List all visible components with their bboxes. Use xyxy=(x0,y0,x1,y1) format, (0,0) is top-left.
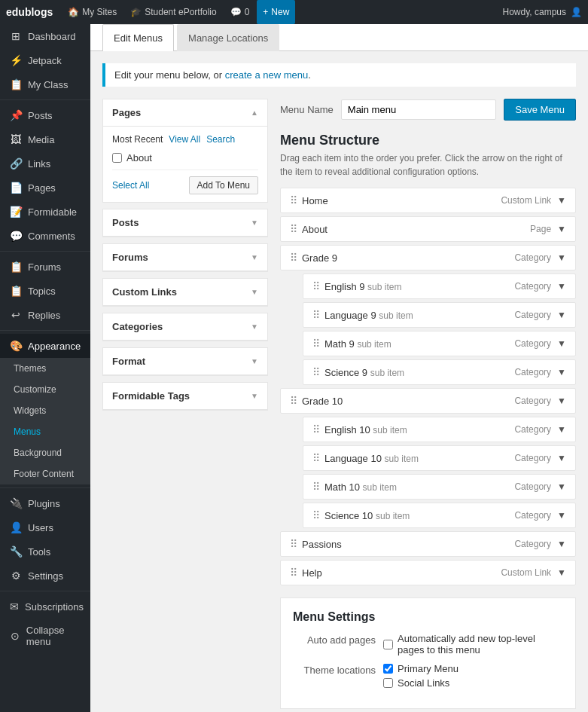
pages-tab-viewall[interactable]: View All xyxy=(169,134,200,145)
chevron-down-icon-passions[interactable]: ▼ xyxy=(557,539,566,549)
accordion-categories-header[interactable]: Categories ▼ xyxy=(103,313,267,341)
sidebar-item-replies[interactable]: ↩ Replies xyxy=(0,303,90,327)
pages-icon: 📄 xyxy=(10,182,22,194)
sidebar-item-media[interactable]: 🖼 Media xyxy=(0,127,90,151)
pages-checkbox-about[interactable] xyxy=(112,153,122,163)
sidebar-item-dashboard[interactable]: ⊞ Dashboard xyxy=(0,24,90,48)
site-logo[interactable]: edublogs xyxy=(6,6,53,18)
chevron-down-icon-grade9[interactable]: ▼ xyxy=(557,252,566,263)
menu-item-science10-name: Science 10 sub item xyxy=(324,510,410,521)
sidebar-sub-background[interactable]: Background xyxy=(0,442,90,463)
drag-handle-icon-grade9[interactable]: ⠿ xyxy=(290,252,297,264)
sidebar-item-topics[interactable]: 📋 Topics xyxy=(0,279,90,303)
chevron-down-icon-format: ▼ xyxy=(251,357,258,365)
topbar-portfolio[interactable]: 🎓 Student ePortfolio xyxy=(124,0,222,24)
add-to-menu-button[interactable]: Add To Menu xyxy=(189,176,259,194)
sidebar-item-formidable[interactable]: 📝 Formidable xyxy=(0,200,90,224)
menu-item-science9: ⠿ Science 9 sub item Category ▼ xyxy=(303,359,576,385)
accordion-formidable-tags-header[interactable]: Formidable Tags ▼ xyxy=(103,383,267,410)
sidebar-item-comments[interactable]: 💬 Comments xyxy=(0,224,90,248)
menu-structure-desc: Drag each item into the order you prefer… xyxy=(280,151,576,179)
topbar-comments[interactable]: 💬 0 xyxy=(224,0,256,24)
sidebar-item-users[interactable]: 👤 Users xyxy=(0,515,90,539)
settings-theme-locations-row: Theme locations Primary Menu Social Link… xyxy=(293,663,563,689)
chevron-down-icon-math10[interactable]: ▼ xyxy=(557,481,566,492)
save-menu-button-top[interactable]: Save Menu xyxy=(504,99,576,121)
drag-handle-icon-math10[interactable]: ⠿ xyxy=(312,481,320,493)
pages-tab-mostrecent[interactable]: Most Recent xyxy=(112,134,163,145)
menu-item-english10-name: English 10 sub item xyxy=(324,424,407,435)
appearance-submenu: Themes Customize Widgets Menus Backgroun… xyxy=(0,358,90,484)
sidebar-sub-widgets[interactable]: Widgets xyxy=(0,400,90,421)
sidebar-item-forums[interactable]: 📋 Forums xyxy=(0,255,90,279)
drag-handle-icon-math9[interactable]: ⠿ xyxy=(312,338,320,350)
select-all-link[interactable]: Select All xyxy=(112,180,149,191)
chevron-down-icon-language10[interactable]: ▼ xyxy=(557,453,566,463)
drag-handle-icon-passions[interactable]: ⠿ xyxy=(290,538,297,550)
drag-handle-icon-english10[interactable]: ⠿ xyxy=(312,423,320,435)
menu-item-language9-left: ⠿ Language 9 sub item xyxy=(312,309,413,321)
menu-name-input[interactable] xyxy=(341,99,496,120)
sidebar-item-tools[interactable]: 🔧 Tools xyxy=(0,539,90,564)
topbar-new[interactable]: + New xyxy=(257,0,295,24)
accordion-format-header[interactable]: Format ▼ xyxy=(103,348,267,375)
main-layout: ⊞ Dashboard ⚡ Jetpack 📋 My Class 📌 Posts… xyxy=(0,24,588,712)
drag-handle-icon-about[interactable]: ⠿ xyxy=(290,223,297,235)
logo-text: edublogs xyxy=(6,6,53,18)
drag-handle-icon-language10[interactable]: ⠿ xyxy=(312,452,320,464)
sidebar-item-subscriptions[interactable]: ✉ Subscriptions xyxy=(0,594,90,619)
users-icon: 👤 xyxy=(10,521,22,533)
create-new-menu-link[interactable]: create a new menu xyxy=(225,69,309,81)
topbar-mysites[interactable]: 🏠 My Sites xyxy=(62,0,123,24)
sidebar-sub-menus[interactable]: Menus xyxy=(0,421,90,442)
chevron-down-icon-help[interactable]: ▼ xyxy=(557,567,566,578)
drag-handle-icon-help[interactable]: ⠿ xyxy=(290,567,297,579)
menu-item-science10-right: Category ▼ xyxy=(514,510,566,521)
chevron-down-icon-science9[interactable]: ▼ xyxy=(557,367,566,377)
chevron-down-icon-about[interactable]: ▼ xyxy=(557,224,566,234)
drag-handle-icon-science10[interactable]: ⠿ xyxy=(312,509,320,521)
sidebar-sub-customize[interactable]: Customize xyxy=(0,379,90,400)
sidebar-sub-themes[interactable]: Themes xyxy=(0,358,90,379)
sidebar-item-posts[interactable]: 📌 Posts xyxy=(0,103,90,127)
tab-manage-locations[interactable]: Manage Locations xyxy=(177,24,279,51)
topbar-nav: 🏠 My Sites 🎓 Student ePortfolio 💬 0 + Ne… xyxy=(62,0,295,24)
sidebar-item-pages[interactable]: 📄 Pages xyxy=(0,176,90,200)
pages-tab-search[interactable]: Search xyxy=(206,134,235,145)
social-links-checkbox[interactable] xyxy=(383,678,393,688)
drag-handle-icon[interactable]: ⠿ xyxy=(290,194,297,206)
math9-sub-label: sub item xyxy=(357,339,391,350)
sidebar-item-appearance[interactable]: 🎨 Appearance xyxy=(0,334,90,358)
chevron-down-icon-science10[interactable]: ▼ xyxy=(557,510,566,521)
accordion-pages-header[interactable]: Pages ▲ xyxy=(103,99,267,127)
sidebar-item-settings[interactable]: ⚙ Settings xyxy=(0,564,90,588)
drag-handle-icon-english9[interactable]: ⠿ xyxy=(312,280,320,292)
menu-item-help: ⠿ Help Custom Link ▼ xyxy=(280,560,576,585)
accordion-posts-header[interactable]: Posts ▼ xyxy=(103,209,267,237)
accordion-custom-links-header[interactable]: Custom Links ▼ xyxy=(103,279,267,306)
menu-item-science10-type: Category xyxy=(514,510,551,521)
chevron-down-icon-language9[interactable]: ▼ xyxy=(557,310,566,320)
chevron-down-icon-english10[interactable]: ▼ xyxy=(557,424,566,435)
accordion-pages-body: Most Recent View All Search About Select… xyxy=(103,127,267,202)
sidebar-item-myclass[interactable]: 📋 My Class xyxy=(0,72,90,96)
accordion-forums-header[interactable]: Forums ▼ xyxy=(103,244,267,271)
tabs-bar: Edit Menus Manage Locations xyxy=(90,24,588,51)
drag-handle-icon-grade10[interactable]: ⠿ xyxy=(290,395,297,407)
sidebar-item-links[interactable]: 🔗 Links xyxy=(0,151,90,176)
sidebar-item-plugins[interactable]: 🔌 Plugins xyxy=(0,491,90,515)
tab-edit-menus[interactable]: Edit Menus xyxy=(102,24,174,51)
drag-handle-icon-language9[interactable]: ⠿ xyxy=(312,309,320,321)
sidebar-item-jetpack[interactable]: ⚡ Jetpack xyxy=(0,48,90,72)
sidebar-item-collapse[interactable]: ⊙ Collapse menu xyxy=(0,619,90,653)
chevron-down-icon-math9[interactable]: ▼ xyxy=(557,338,566,349)
chevron-down-icon-english9[interactable]: ▼ xyxy=(557,281,566,292)
drag-handle-icon-science9[interactable]: ⠿ xyxy=(312,366,320,378)
auto-add-checkbox[interactable] xyxy=(383,640,393,649)
sidebar-sub-footer-content[interactable]: Footer Content xyxy=(0,463,90,484)
primary-menu-checkbox[interactable] xyxy=(383,664,393,674)
chevron-down-icon-grade10[interactable]: ▼ xyxy=(557,396,566,406)
menu-item-science9-left: ⠿ Science 9 sub item xyxy=(312,366,404,378)
chevron-down-icon-home[interactable]: ▼ xyxy=(557,195,566,206)
page-content: Edit your menu below, or create a new me… xyxy=(90,51,588,712)
